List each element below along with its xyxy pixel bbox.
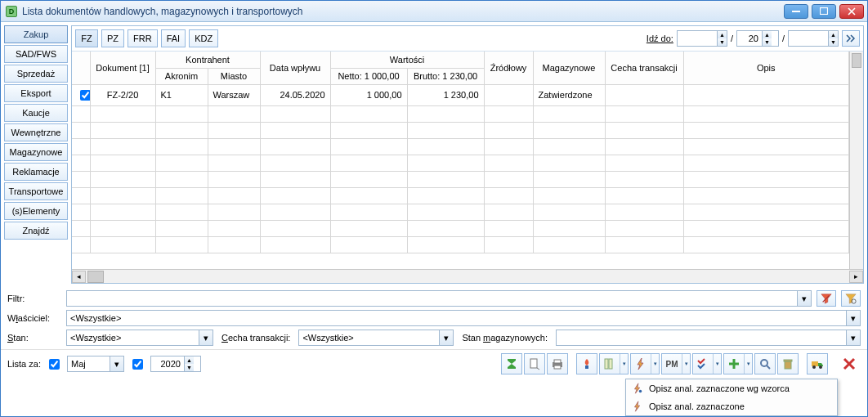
tab-fz[interactable]: FZ bbox=[75, 29, 98, 47]
scroll-left-icon[interactable]: ◂ bbox=[72, 271, 86, 283]
tab-kdz[interactable]: KDZ bbox=[189, 29, 218, 47]
transport-button[interactable] bbox=[807, 353, 828, 374]
col-dokument[interactable]: Dokument [1] bbox=[90, 52, 155, 84]
chevron-down-icon[interactable]: ▾ bbox=[713, 354, 721, 374]
delete-button[interactable] bbox=[777, 353, 799, 374]
spin-up-icon[interactable]: ▲ bbox=[762, 31, 772, 38]
col-kontrahent[interactable]: Kontrahent bbox=[155, 52, 260, 68]
corrections-button[interactable]: ▾ bbox=[599, 353, 629, 374]
goto-jump-button[interactable] bbox=[842, 30, 860, 47]
col-netto[interactable]: Netto: 1 000,00 bbox=[330, 68, 407, 84]
svg-point-16 bbox=[639, 390, 642, 393]
col-miasto[interactable]: Miasto bbox=[208, 68, 260, 84]
chevron-down-icon[interactable]: ▾ bbox=[744, 354, 752, 374]
filter-builder-button[interactable] bbox=[841, 290, 861, 307]
sidebar-item-eksport[interactable]: Eksport bbox=[4, 84, 68, 102]
col-magazynowe[interactable]: Magazynowe bbox=[533, 52, 605, 84]
app-icon: D bbox=[6, 6, 17, 17]
filter-apply-button[interactable] bbox=[817, 290, 836, 307]
sidebar-item-sad-fws[interactable]: SAD/FWS bbox=[4, 45, 68, 63]
goto-input-2[interactable] bbox=[737, 31, 762, 46]
goto-label: Idź do: bbox=[647, 34, 673, 43]
export-button[interactable] bbox=[524, 353, 545, 374]
chevron-down-icon[interactable]: ▾ bbox=[846, 330, 860, 345]
col-wplyw[interactable]: Data wpływu bbox=[260, 52, 330, 84]
combo-cecha[interactable]: <Wszystkie>▾ bbox=[298, 330, 454, 346]
view-button[interactable] bbox=[754, 353, 776, 374]
combo-stan[interactable]: <Wszystkie>▾ bbox=[66, 330, 213, 346]
chevron-down-icon[interactable]: ▾ bbox=[199, 330, 213, 345]
goto-spin-2[interactable]: ▲▼ bbox=[736, 30, 779, 47]
sidebar-item--s-elementy[interactable]: (s)Elementy bbox=[4, 202, 68, 220]
svg-rect-13 bbox=[812, 361, 818, 366]
close-button[interactable] bbox=[839, 4, 864, 19]
spin-up-icon[interactable]: ▲ bbox=[184, 356, 194, 364]
spin-year[interactable]: ▲▼ bbox=[150, 356, 201, 372]
chevron-down-icon[interactable]: ▾ bbox=[110, 356, 123, 371]
col-opis[interactable]: Opis bbox=[683, 52, 848, 84]
chevron-down-icon[interactable]: ▾ bbox=[620, 354, 628, 374]
chevron-down-icon[interactable]: ▾ bbox=[651, 354, 659, 374]
sidebar-item-znajd-[interactable]: Znajdź bbox=[4, 222, 68, 240]
pm-button[interactable]: PM▾ bbox=[661, 353, 691, 374]
maximize-button[interactable] bbox=[812, 4, 836, 19]
spin-down-icon[interactable]: ▼ bbox=[184, 364, 194, 371]
vertical-scrollbar[interactable] bbox=[849, 52, 863, 269]
opis-anal-button[interactable]: ▾ bbox=[630, 353, 660, 374]
menu-opisz-zaznaczone[interactable]: Opisz anal. zaznaczone bbox=[626, 397, 837, 415]
combo-wlasciciel[interactable]: <Wszystkie>▾ bbox=[66, 310, 861, 326]
spin-down-icon[interactable]: ▼ bbox=[717, 38, 727, 46]
table-row-empty bbox=[72, 204, 849, 220]
torch-button[interactable] bbox=[576, 353, 597, 374]
tab-fai[interactable]: FAI bbox=[161, 29, 186, 47]
sum-button[interactable] bbox=[501, 353, 522, 374]
check-month[interactable] bbox=[49, 359, 60, 370]
horizontal-scrollbar[interactable]: ◂ ▸ bbox=[72, 269, 863, 283]
tab-pz[interactable]: PZ bbox=[101, 29, 124, 47]
sidebar-item-zakup[interactable]: Zakup bbox=[4, 25, 68, 43]
sidebar-item-kaucje[interactable]: Kaucje bbox=[4, 104, 68, 122]
check-year[interactable] bbox=[132, 359, 143, 370]
combo-stan-mag[interactable]: ▾ bbox=[556, 330, 861, 346]
chevron-down-icon[interactable]: ▾ bbox=[439, 330, 453, 345]
row-checkbox[interactable] bbox=[80, 90, 90, 101]
spin-down-icon[interactable]: ▼ bbox=[828, 38, 838, 46]
goto-input-3[interactable] bbox=[789, 31, 828, 46]
sidebar-item-magazynowe[interactable]: Magazynowe bbox=[4, 143, 68, 161]
menu-label: Opisz anal. zaznaczone bbox=[649, 401, 745, 411]
menu-opisz-wg-wzorca[interactable]: Opisz anal. zaznaczone wg wzorca bbox=[626, 379, 837, 397]
checkmark-button[interactable]: ▾ bbox=[692, 353, 722, 374]
sidebar-item-reklamacje[interactable]: Reklamacje bbox=[4, 163, 68, 181]
combo-month[interactable]: Maj▾ bbox=[67, 356, 124, 372]
document-grid[interactable]: Dokument [1] Kontrahent Data wpływu Wart… bbox=[72, 52, 849, 269]
spin-up-icon[interactable]: ▲ bbox=[717, 31, 727, 38]
magnifier-icon bbox=[758, 357, 772, 370]
table-row[interactable]: FZ-2/20K1Warszaw24.05.20201 000,001 230,… bbox=[72, 84, 849, 105]
tab-frr[interactable]: FRR bbox=[128, 29, 158, 47]
scroll-right-icon[interactable]: ▸ bbox=[849, 271, 863, 283]
close-list-button[interactable] bbox=[838, 353, 861, 374]
input-year[interactable] bbox=[151, 356, 184, 371]
sidebar-item-wewn-trzne[interactable]: Wewnętrzne bbox=[4, 123, 68, 141]
col-brutto[interactable]: Brutto: 1 230,00 bbox=[407, 68, 484, 84]
col-zrodlowy[interactable]: Źródłowy bbox=[484, 52, 533, 84]
chevron-down-icon[interactable]: ▾ bbox=[682, 354, 690, 374]
spin-down-icon[interactable]: ▼ bbox=[762, 38, 772, 46]
minimize-button[interactable] bbox=[784, 4, 808, 19]
print-button[interactable] bbox=[547, 353, 568, 374]
chevron-down-icon[interactable]: ▾ bbox=[797, 291, 811, 306]
col-akronim[interactable]: Akronim bbox=[155, 68, 208, 84]
goto-spin-3[interactable]: ▲▼ bbox=[788, 30, 839, 47]
col-cecha[interactable]: Cecha transakcji bbox=[605, 52, 683, 84]
goto-input-1[interactable] bbox=[678, 31, 717, 46]
combo-filtr[interactable]: ▾ bbox=[66, 290, 812, 307]
spin-up-icon[interactable]: ▲ bbox=[828, 31, 838, 38]
sidebar-item-sprzeda-[interactable]: Sprzedaż bbox=[4, 65, 68, 83]
svg-rect-11 bbox=[785, 361, 791, 369]
chevron-down-icon[interactable]: ▾ bbox=[846, 311, 860, 325]
add-button[interactable]: ▾ bbox=[723, 353, 753, 374]
sidebar-item-transportowe[interactable]: Transportowe bbox=[4, 182, 68, 200]
col-wartosci[interactable]: Wartości bbox=[330, 52, 484, 68]
goto-spin-1[interactable]: ▲▼ bbox=[677, 30, 727, 47]
table-row-empty bbox=[72, 187, 849, 204]
